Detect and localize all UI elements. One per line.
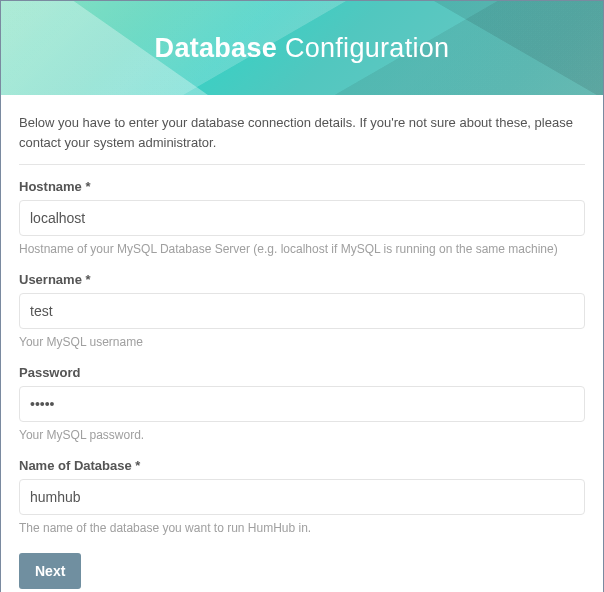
username-label: Username *: [19, 272, 585, 287]
dbname-help: The name of the database you want to run…: [19, 521, 585, 535]
hostname-group: Hostname * Hostname of your MySQL Databa…: [19, 179, 585, 256]
username-group: Username * Your MySQL username: [19, 272, 585, 349]
title-rest: Configuration: [285, 33, 450, 63]
password-help: Your MySQL password.: [19, 428, 585, 442]
page-title: Database Configuration: [155, 33, 450, 64]
password-label: Password: [19, 365, 585, 380]
dbname-label: Name of Database *: [19, 458, 585, 473]
panel-header: Database Configuration: [1, 1, 603, 95]
password-group: Password Your MySQL password.: [19, 365, 585, 442]
hostname-label: Hostname *: [19, 179, 585, 194]
title-bold: Database: [155, 33, 277, 63]
dbname-group: Name of Database * The name of the datab…: [19, 458, 585, 535]
dbname-input[interactable]: [19, 479, 585, 515]
hostname-help: Hostname of your MySQL Database Server (…: [19, 242, 585, 256]
next-button[interactable]: Next: [19, 553, 81, 589]
password-input[interactable]: [19, 386, 585, 422]
hostname-input[interactable]: [19, 200, 585, 236]
username-input[interactable]: [19, 293, 585, 329]
panel-body: Below you have to enter your database co…: [1, 95, 603, 592]
intro-text: Below you have to enter your database co…: [19, 113, 585, 165]
username-help: Your MySQL username: [19, 335, 585, 349]
database-config-panel: Database Configuration Below you have to…: [0, 0, 604, 592]
